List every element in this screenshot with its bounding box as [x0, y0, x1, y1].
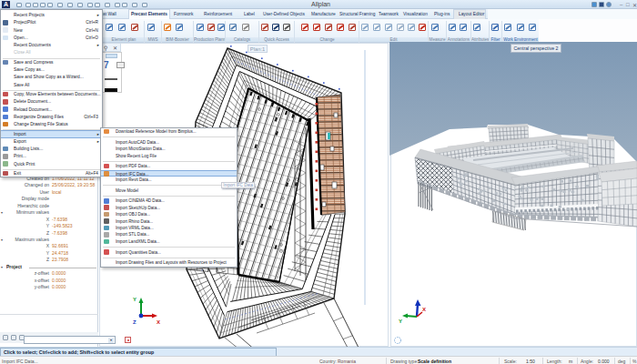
- svg-text:Y: Y: [133, 297, 136, 302]
- svg-text:X: X: [157, 319, 160, 325]
- svg-text:Z: Z: [133, 319, 136, 325]
- svg-text:X: X: [422, 307, 426, 312]
- svg-text:Y: Y: [399, 318, 402, 324]
